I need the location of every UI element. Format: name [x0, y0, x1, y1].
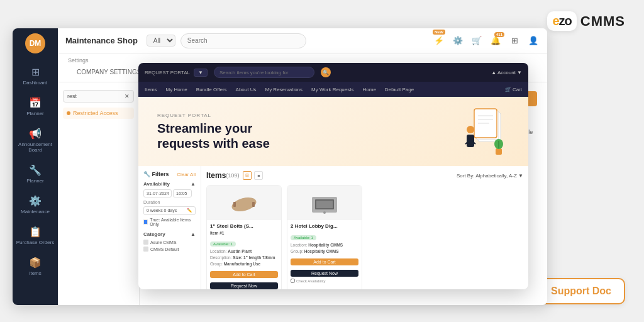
hero-title: Streamline yourrequests with ease — [157, 121, 270, 151]
preview-nav-left: REQUEST PORTAL ▼ — [145, 69, 208, 77]
sidebar-item-announcement[interactable]: 📢 Announcement Board — [13, 123, 58, 158]
add-to-cart-button-2[interactable]: Add to Cart — [291, 258, 358, 265]
sidebar-item-label: Announcement Board — [15, 142, 55, 153]
item-image-2 — [287, 186, 362, 220]
svg-point-19 — [323, 211, 326, 214]
sort-dropdown[interactable]: Sort By: Alphabetically, A-Z ▼ — [457, 173, 523, 179]
item-badge-2: Available: 1 — [291, 235, 316, 240]
planner-icon: 📅 — [29, 97, 42, 109]
preview-search-input[interactable] — [214, 67, 314, 78]
purchase-icon: 📋 — [29, 226, 42, 238]
support-doc-button[interactable]: Support Doc — [537, 278, 625, 304]
grid-view-icon[interactable]: ⊞ — [243, 171, 252, 180]
item-badge-1: Available: 1 — [210, 242, 236, 247]
new-icon[interactable]: ⚡ NEW — [433, 35, 445, 47]
ezo-logo: ezo — [547, 11, 576, 31]
preview-filter-header: 🔧 Filters Clear All — [143, 171, 196, 177]
request-now-button-1[interactable]: Request Now — [210, 282, 278, 289]
preview-account[interactable]: ▲ Account ▼ — [491, 70, 522, 75]
sidebar-item-label: Planner — [26, 178, 44, 184]
preview-dropdown[interactable]: ▼ — [194, 69, 208, 77]
menu-bundle-offers[interactable]: Bundle Offers — [196, 87, 227, 92]
settings-icon[interactable]: ⚙️ — [452, 35, 464, 47]
preview-items-grid: 1" Steel Bolts (S... Item #1 Available: … — [206, 185, 523, 289]
sidebar-item-label: Dashboard — [23, 80, 47, 86]
preview-items-header: Items (109) ⊞ ≡ Sort By: Alphabetically,… — [206, 171, 523, 180]
user-icon[interactable]: 👤 — [527, 35, 540, 47]
svg-rect-7 — [467, 135, 474, 147]
item-location-1: Location: Austin Plant — [210, 248, 278, 254]
preview-rp-label: REQUEST PORTAL — [145, 70, 190, 75]
filter-panel: rest ✕ Restricted Access — [58, 82, 140, 305]
add-to-cart-button-1[interactable]: Add to Cart — [210, 271, 278, 278]
preview-cart[interactable]: 🛒 Cart — [505, 87, 522, 92]
avatar: DM — [25, 33, 45, 53]
sidebar: DM ⊞ Dashboard 📅 Planner 📢 Announcement … — [13, 28, 58, 305]
cat-checkbox-2 — [143, 247, 148, 252]
to-time-input[interactable] — [173, 189, 192, 197]
availability-section: Availability ▲ Duration 0 weeks 0 days ✏… — [143, 181, 196, 226]
preview-navbar: REQUEST PORTAL ▼ 🔍 ▲ Account ▼ — [138, 63, 528, 82]
sidebar-item-planner[interactable]: 📅 Planner — [13, 92, 58, 121]
cat-checkbox-1 — [143, 240, 148, 245]
sidebar-item-dashboard[interactable]: ⊞ Dashboard — [13, 61, 58, 91]
navbar-title: Maintenance Shop — [65, 36, 138, 45]
planner2-icon: 🔧 — [29, 164, 42, 176]
item-body-2: 2 Hotel Lobby Dig... Available: 1 Locati… — [287, 220, 362, 286]
item-body-1: 1" Steel Bolts (S... Item #1 Available: … — [207, 220, 281, 289]
item-card-1: 1" Steel Bolts (S... Item #1 Available: … — [206, 185, 282, 289]
duration-value[interactable]: 0 weeks 0 days ✏️ — [143, 206, 196, 215]
check-avail-checkbox-2[interactable] — [291, 279, 295, 283]
menu-my-home[interactable]: My Home — [166, 87, 187, 92]
grid-icon[interactable]: ⊞ — [508, 35, 521, 47]
item-image-1 — [207, 186, 281, 220]
category-title: Category ▲ — [143, 231, 196, 237]
menu-default-page[interactable]: Default Page — [385, 87, 414, 92]
sidebar-item-label: Planner — [26, 111, 44, 116]
category-asure[interactable]: Asure CMMS — [143, 240, 196, 245]
category-cmms-default[interactable]: CMMS Default — [143, 247, 196, 252]
sidebar-item-label: Purchase Orders — [16, 240, 54, 245]
item-title-1: 1" Steel Bolts (S... — [210, 223, 278, 229]
view-icons: ⊞ ≡ — [243, 171, 263, 180]
item-title-2: 2 Hotel Lobby Dig... — [291, 223, 358, 229]
sidebar-item-planner2[interactable]: 🔧 Planner — [13, 159, 58, 189]
menu-about-us[interactable]: About Us — [236, 87, 257, 92]
bell-icon[interactable]: 🔔 411 — [489, 35, 502, 47]
sidebar-item-items[interactable]: 📦 Items — [13, 252, 58, 281]
maintenance-icon: ⚙️ — [29, 195, 42, 207]
preview-hero: REQUEST PORTAL Streamline yourrequests w… — [138, 97, 528, 166]
svg-point-6 — [467, 126, 474, 133]
menu-items[interactable]: Items — [145, 87, 157, 92]
menu-work-requests[interactable]: My Work Requests — [311, 87, 353, 92]
items-icon: 📦 — [29, 257, 42, 269]
sidebar-item-maintenance[interactable]: ⚙️ Maintenance — [13, 190, 58, 219]
cart-icon[interactable]: 🛒 — [470, 35, 483, 47]
filter-title: 🔧 Filters — [143, 171, 169, 177]
available-only-checkbox[interactable]: True: Available Items Only — [143, 218, 196, 226]
search-input[interactable] — [180, 33, 306, 48]
from-date-input[interactable] — [143, 189, 172, 197]
svg-rect-10 — [496, 148, 502, 155]
preview-search-button[interactable]: 🔍 — [321, 67, 331, 77]
duration-label: Duration — [143, 200, 196, 204]
sidebar-item-purchase-orders[interactable]: 📋 Purchase Orders — [13, 221, 58, 250]
list-view-icon[interactable]: ≡ — [254, 171, 263, 180]
breadcrumb: Settings — [58, 53, 547, 64]
item-group-2: Group: Hospitality CMMS — [291, 248, 358, 254]
items-title: Items — [206, 171, 226, 180]
navbar-dropdown[interactable]: All — [147, 35, 175, 47]
logo-area: ezo CMMS — [547, 11, 625, 31]
request-now-button-2[interactable]: Request Now — [291, 270, 358, 277]
sidebar-item-label: Maintenance — [21, 209, 50, 214]
filter-dot — [67, 111, 70, 115]
hero-text: REQUEST PORTAL Streamline yourrequests w… — [157, 113, 270, 151]
check-avail-2[interactable]: Check Availability — [291, 279, 358, 283]
filter-restricted-access[interactable]: Restricted Access — [63, 108, 134, 119]
filter-search-box[interactable]: rest ✕ — [63, 90, 134, 103]
availability-title: Availability ▲ — [143, 181, 196, 187]
preview-menubar: Items My Home Bundle Offers About Us My … — [138, 82, 528, 97]
menu-my-reservations[interactable]: My Reservations — [265, 87, 303, 92]
clear-all-button[interactable]: Clear All — [177, 172, 196, 177]
menu-home[interactable]: Home — [363, 87, 376, 92]
